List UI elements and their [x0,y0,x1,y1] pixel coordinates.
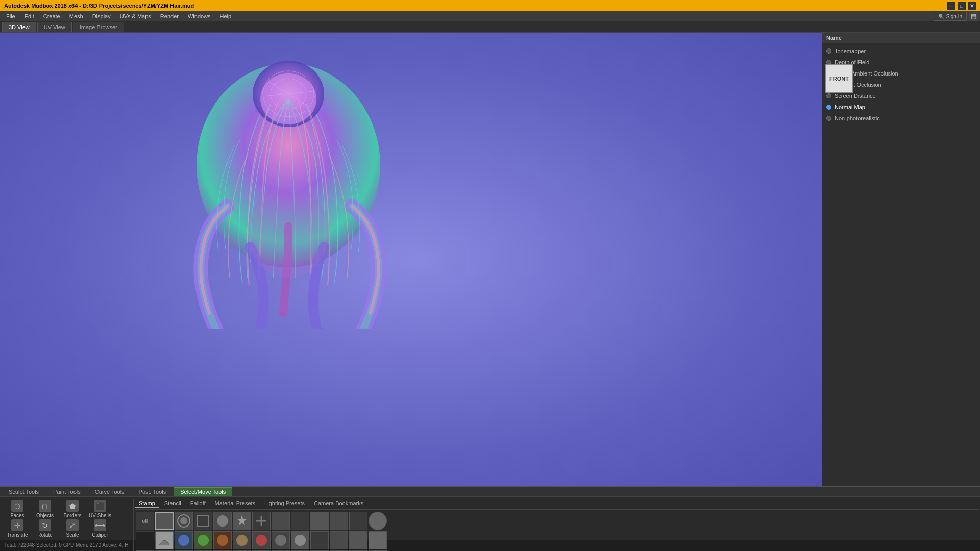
tab-select-move-tools[interactable]: Select/Move Tools [174,487,232,496]
status-info: Total: 722048 Selected: 0 GPU Mem: 2170 … [4,542,128,548]
tool-content: ⬡ Faces ◻ Objects ⬟ Borders ⬛ UV Shells … [0,497,980,551]
stamp-12[interactable] [369,512,387,530]
scale-label: Scale [66,532,79,538]
stamp-tab-falloff[interactable]: Falloff [186,499,210,508]
stamp-r2-8[interactable] [272,531,290,549]
tab-paint-tools[interactable]: Paint Tools [46,487,87,496]
app-title: Autodesk Mudbox 2018 x64 - D:/3D Project… [4,3,194,9]
stamp-tabs: Stamp Stencil Falloff Material Presets L… [135,498,979,510]
rotate-label: Rotate [37,532,52,538]
close-button[interactable]: ✕ [968,2,976,10]
menu-uvs[interactable]: UVs & Maps [116,12,155,20]
effect-row-npr[interactable]: Non-photorealistic [822,113,980,124]
minimize-button[interactable]: ─ [947,2,955,10]
stamp-tab-material[interactable]: Material Presets [211,499,259,508]
stamp-row-1: off [136,512,978,530]
svg-point-20 [295,535,306,546]
tool-caliper[interactable]: ⟷ Caliper [87,519,113,538]
preview-icon[interactable]: FRONT [825,64,853,93]
tab-3d-view[interactable]: 3D View [2,22,36,32]
sign-in-button[interactable]: 🔍 Sign In [934,12,967,21]
menu-create[interactable]: Create [39,12,64,20]
stamp-11[interactable] [349,512,368,530]
effect-name-tonemapper: Tonemapper [835,48,866,54]
tab-uv-view[interactable]: UV View [37,22,72,32]
effect-name-screen-dist: Screen Distance [835,93,876,99]
stamp-r2-13[interactable] [369,531,387,549]
stamp-off[interactable]: off [136,512,154,530]
stamp-r2-9[interactable] [291,531,309,549]
tab-curve-tools[interactable]: Curve Tools [88,487,131,496]
hair-model [179,53,398,329]
stamp-panel: Stamp Stencil Falloff Material Presets L… [134,497,980,551]
translate-label: Translate [7,532,28,538]
menu-file[interactable]: File [2,12,19,20]
sign-in-label: Sign In [946,14,962,19]
stamp-tab-lighting[interactable]: Lighting Presets [260,499,309,508]
filter-icon[interactable]: ▤ [969,12,978,21]
borders-label: Borders [63,513,81,518]
main-layout: FRONT Name Tonemapper Depth of Field Cav… [0,33,980,486]
effects-panel: Tonemapper Depth of Field Cavity Ambient… [822,43,980,486]
stamp-9[interactable] [310,512,329,530]
menu-help[interactable]: Help [216,12,236,20]
viewport-3d[interactable] [0,33,822,486]
stamp-r2-10[interactable] [310,531,329,549]
stamp-7[interactable] [272,512,290,530]
tool-objects[interactable]: ◻ Objects [32,500,58,518]
effect-dot-normal-map[interactable] [826,105,831,110]
stamp-4[interactable] [213,512,232,530]
menu-edit[interactable]: Edit [20,12,38,20]
rotate-icon: ↻ [39,519,51,531]
tool-scale[interactable]: ⤢ Scale [59,519,86,538]
tool-borders[interactable]: ⬟ Borders [59,500,86,518]
effect-row-tonemapper[interactable]: Tonemapper [822,45,980,57]
tab-pose-tools[interactable]: Pose Tools [132,487,173,496]
stamp-tab-camera[interactable]: Camera Bookmarks [310,499,368,508]
stamp-8[interactable] [291,512,309,530]
effect-dot-tonemapper[interactable] [826,48,831,54]
stamp-3[interactable] [194,512,212,530]
menu-render[interactable]: Render [156,12,183,20]
svg-rect-10 [198,515,209,527]
effect-dot-npr[interactable] [826,116,831,121]
stamp-tab-stamp[interactable]: Stamp [135,499,159,508]
stamp-5[interactable] [233,512,251,530]
uv-shells-label: UV Shells [89,513,111,518]
tab-image-browser[interactable]: Image Browser [73,22,124,32]
right-panel: FRONT Name Tonemapper Depth of Field Cav… [822,33,980,486]
stamp-r2-4[interactable] [194,531,212,549]
stamp-r2-6[interactable] [233,531,251,549]
menu-mesh[interactable]: Mesh [65,12,87,20]
tool-uv-shells[interactable]: ⬛ UV Shells [87,500,113,518]
tool-faces[interactable]: ⬡ Faces [4,500,31,518]
tab-sculpt-tools[interactable]: Sculpt Tools [2,487,45,496]
maximize-button[interactable]: □ [958,2,966,10]
stamp-2[interactable] [175,512,193,530]
effect-name-npr: Non-photorealistic [835,115,880,121]
stamp-1[interactable] [155,512,174,530]
stamp-grid: off [135,510,979,551]
menu-display[interactable]: Display [88,12,115,20]
stamp-r2-1[interactable] [136,531,154,549]
stamp-r2-7[interactable] [252,531,271,549]
title-bar: Autodesk Mudbox 2018 x64 - D:/3D Project… [0,0,980,11]
tool-rotate[interactable]: ↻ Rotate [32,519,58,538]
stamp-r2-12[interactable] [349,531,368,549]
stamp-r2-11[interactable] [330,531,348,549]
effect-dot-screen-dist[interactable] [826,93,831,98]
stamp-6[interactable] [252,512,271,530]
stamp-r2-2[interactable] [155,531,174,549]
stamp-tab-stencil[interactable]: Stencil [160,499,185,508]
svg-point-18 [256,535,267,546]
menu-windows[interactable]: Windows [184,12,215,20]
preview-label: FRONT [829,76,849,82]
svg-point-3 [248,186,329,278]
svg-point-9 [180,517,187,524]
stamp-10[interactable] [330,512,348,530]
scale-icon: ⤢ [66,519,79,531]
stamp-r2-5[interactable] [213,531,232,549]
stamp-r2-3[interactable] [175,531,193,549]
tool-translate[interactable]: ✛ Translate [4,519,31,538]
effect-row-normal-map[interactable]: Normal Map [822,102,980,113]
